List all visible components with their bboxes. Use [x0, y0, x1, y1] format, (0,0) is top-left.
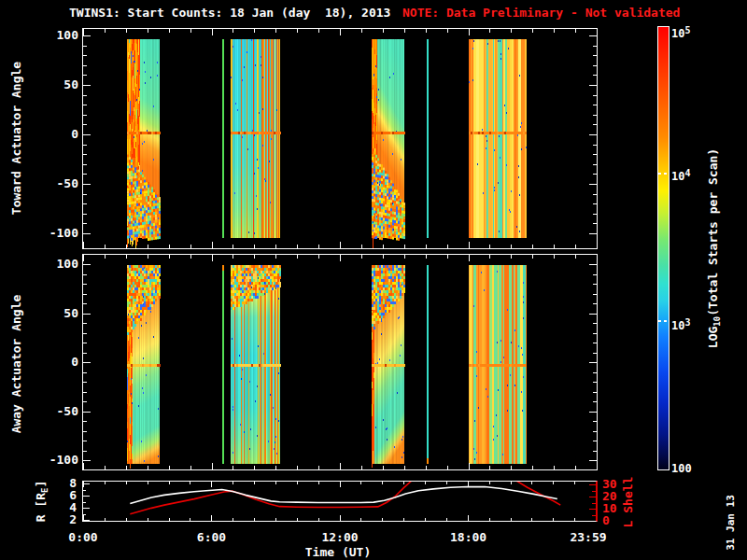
- r-axis-label: R [RE]: [34, 481, 49, 523]
- colorbar-scale-label: 105: [671, 23, 690, 38]
- toward-axis-label: Toward Actuator Angle: [9, 62, 23, 215]
- angle-tick-label: -50: [47, 176, 78, 191]
- away-spectrogram-canvas: [83, 255, 597, 469]
- orbit-panel: [82, 481, 598, 522]
- date-stamp: 31 Jan 13: [725, 495, 737, 551]
- angle-tick-label: -100: [47, 453, 78, 468]
- time-tick-label: 23:59: [570, 530, 606, 544]
- colorbar-title-subscript: 10: [712, 316, 722, 327]
- colorbar-title-text: LOG: [706, 327, 720, 348]
- toward-spectrogram-canvas: [83, 29, 597, 248]
- preliminary-note: NOTE: Data Preliminary - Not validated: [402, 6, 680, 20]
- time-tick-label: 18:00: [450, 530, 486, 544]
- angle-tick-label: 50: [47, 306, 78, 321]
- angle-tick-label: 100: [47, 28, 78, 43]
- angle-tick-label: 0: [47, 355, 78, 370]
- time-tick-label: 6:00: [197, 530, 226, 544]
- colorbar-title-end: (Total Starts per Scan): [706, 148, 720, 316]
- colorbar: [657, 26, 669, 470]
- toward-spectrogram-panel: [82, 28, 598, 249]
- colorbar-scale-label: 103: [671, 315, 690, 330]
- colorbar-gradient: [658, 27, 669, 469]
- away-axis-label: Away Actuator Angle: [9, 295, 23, 434]
- angle-tick-label: 0: [47, 127, 78, 142]
- time-axis-label: Time (UT): [305, 545, 371, 559]
- colorbar-tick-1e3: [658, 320, 669, 322]
- lshell-tick-label: 0: [602, 513, 610, 528]
- colorbar-scale-label: 104: [671, 166, 690, 181]
- away-spectrogram-panel: [82, 254, 598, 470]
- figure-root: TWINS1: Start Counts: 18 Jan (day 18), 2…: [0, 0, 747, 560]
- r-axis-label-end: ]: [34, 481, 48, 488]
- r-tick-label: 2: [58, 512, 77, 527]
- time-tick-label: 0:00: [68, 530, 97, 544]
- lshell-axis-label: L Shell: [621, 477, 635, 528]
- angle-tick-label: 100: [47, 257, 78, 272]
- orbit-lines-canvas: [83, 482, 596, 521]
- r-axis-label-subscript: E: [40, 488, 49, 493]
- colorbar-scale-label: 100: [671, 461, 692, 476]
- colorbar-title: LOG10(Total Starts per Scan): [706, 148, 722, 348]
- time-tick-label: 12:00: [321, 530, 358, 544]
- angle-tick-label: -50: [47, 404, 78, 419]
- angle-tick-label: -100: [47, 226, 78, 241]
- angle-tick-label: 50: [47, 77, 78, 92]
- colorbar-tick-1e4: [658, 173, 669, 175]
- r-axis-label-text: R [R: [34, 493, 48, 522]
- plot-title: TWINS1: Start Counts: 18 Jan (day 18), 2…: [69, 6, 390, 20]
